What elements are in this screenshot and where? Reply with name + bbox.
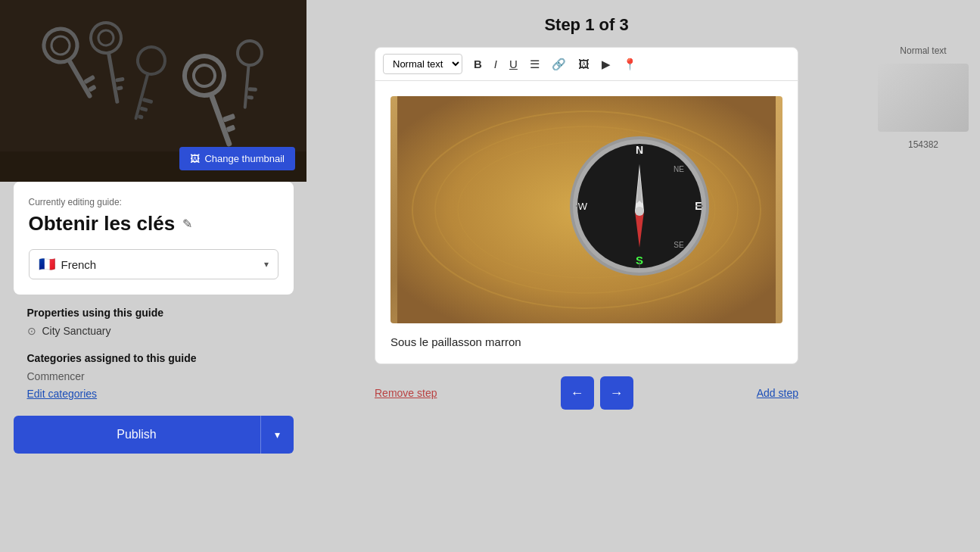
- publish-button[interactable]: Publish: [14, 416, 260, 454]
- camera-icon: 🖼: [190, 153, 200, 164]
- editor-container: Normal text B I U ☰ 🔗 🖼 ▶ 📍: [375, 47, 798, 364]
- currently-editing-label: Currently editing guide:: [29, 197, 278, 207]
- edit-categories-link[interactable]: Edit categories: [27, 388, 98, 400]
- image-icon: 🖼: [578, 58, 590, 70]
- categories-title: Categories assigned to this guide: [27, 352, 280, 364]
- language-label: French: [61, 258, 258, 271]
- chevron-down-icon: ▾: [264, 259, 269, 270]
- guide-info-card: Currently editing guide: Obtenir les clé…: [14, 182, 294, 295]
- editor-text[interactable]: Sous le paillasson marron: [390, 335, 782, 348]
- compass-image: N S E W NE SE: [390, 96, 782, 323]
- underline-label: U: [509, 58, 518, 70]
- right-normal-text: Normal text: [900, 45, 946, 56]
- svg-text:NE: NE: [674, 165, 684, 173]
- bold-label: B: [474, 58, 482, 70]
- nav-buttons: ← →: [561, 376, 633, 410]
- underline-button[interactable]: U: [504, 55, 523, 73]
- left-panel: 🖼 Change thumbnail Currently editing gui…: [0, 0, 306, 552]
- change-thumbnail-button[interactable]: 🖼 Change thumbnail: [179, 147, 295, 170]
- prev-step-button[interactable]: ←: [561, 376, 594, 410]
- bottom-bar: Remove step ← → Add step: [375, 376, 798, 410]
- text-format-select[interactable]: Normal text: [383, 54, 462, 74]
- video-icon: ▶: [602, 58, 611, 71]
- publish-dropdown-button[interactable]: ▾: [260, 416, 294, 454]
- publish-row: Publish ▾: [14, 416, 294, 454]
- editor-toolbar: Normal text B I U ☰ 🔗 🖼 ▶ 📍: [375, 48, 798, 81]
- categories-section: Categories assigned to this guide Commen…: [14, 340, 294, 401]
- step-header: Step 1 of 3: [544, 15, 628, 35]
- bold-button[interactable]: B: [468, 55, 487, 73]
- link-icon: 🔗: [552, 58, 566, 71]
- svg-text:SE: SE: [674, 241, 684, 249]
- properties-section: Properties using this guide ⊙ City Sanct…: [14, 295, 294, 340]
- svg-point-41: [635, 207, 644, 216]
- right-panel: Normal text 154382: [866, 0, 980, 552]
- remove-step-button[interactable]: Remove step: [375, 387, 437, 399]
- language-flag: 🇫🇷: [39, 256, 55, 273]
- property-icon: ⊙: [27, 325, 36, 337]
- property-item: ⊙ City Sanctuary: [27, 325, 280, 337]
- right-id: 154382: [908, 139, 938, 150]
- properties-title: Properties using this guide: [27, 307, 280, 319]
- chevron-down-icon: ▾: [275, 429, 280, 441]
- category-item: Commencer: [27, 370, 280, 382]
- next-step-button[interactable]: →: [600, 376, 633, 410]
- change-thumbnail-label: Change thumbnail: [204, 153, 285, 164]
- list-icon: ☰: [530, 58, 540, 71]
- location-icon: 📍: [623, 58, 637, 71]
- compass-svg: N S E W NE SE: [390, 96, 782, 323]
- image-button[interactable]: 🖼: [573, 55, 595, 73]
- language-select[interactable]: 🇫🇷 French ▾: [29, 249, 278, 279]
- main-content: Step 1 of 3 Normal text B I U ☰ 🔗 🖼: [306, 0, 866, 552]
- italic-button[interactable]: I: [489, 55, 502, 73]
- editor-body: N S E W NE SE: [375, 81, 798, 363]
- thumbnail-container: 🖼 Change thumbnail: [0, 0, 306, 182]
- location-button[interactable]: 📍: [618, 55, 642, 74]
- link-button[interactable]: 🔗: [546, 55, 571, 74]
- guide-title: Obtenir les clés: [29, 212, 176, 235]
- right-thumbnail: [878, 64, 969, 132]
- edit-title-icon[interactable]: ✎: [182, 217, 192, 231]
- list-button[interactable]: ☰: [524, 55, 545, 74]
- italic-label: I: [494, 58, 497, 70]
- video-button[interactable]: ▶: [596, 55, 616, 74]
- guide-title-row: Obtenir les clés ✎: [29, 212, 278, 235]
- property-name: City Sanctuary: [42, 325, 111, 337]
- add-step-button[interactable]: Add step: [757, 387, 798, 399]
